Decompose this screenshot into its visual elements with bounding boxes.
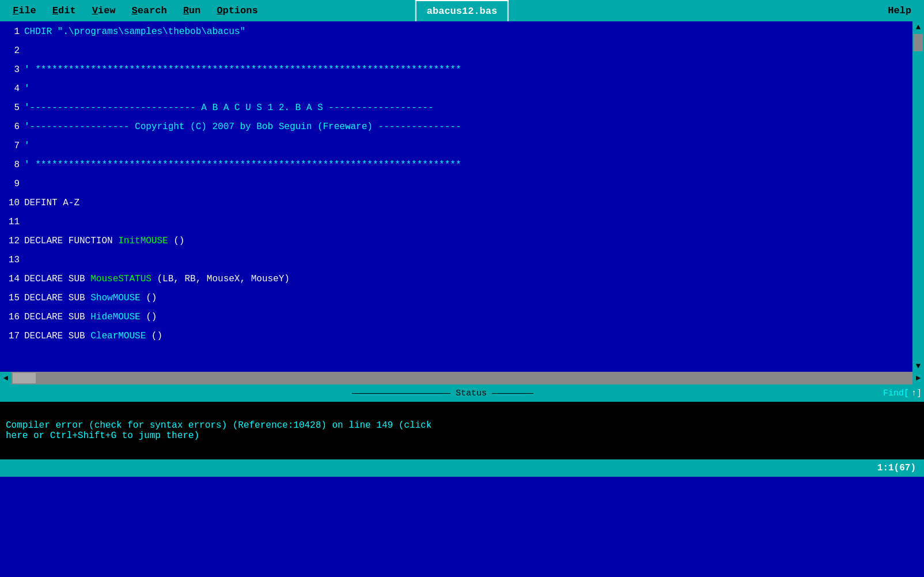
status-bar: ——————————————————— Status ———————— Find… [0,384,924,402]
scrollbar-right: ▲ ▼ [912,21,924,372]
code-line: 4' [2,80,910,99]
status-text: Status [456,389,487,398]
menu-help[interactable]: Help [880,2,919,20]
code-line: 17DECLARE SUB ClearMOUSE () [2,327,910,346]
line-number: 15 [2,289,24,308]
line-number: 4 [2,80,24,99]
line-code: ' [24,80,30,99]
horizontal-scrollbar: ◄ ► [0,372,924,384]
code-line: 6'------------------ Copyright (C) 2007 … [2,118,910,137]
code-line: 13 [2,251,910,270]
line-code: DECLARE SUB MouseSTATUS (LB, RB, MouseX,… [24,270,290,289]
line-number: 16 [2,308,24,327]
line-code: '------------------------------ A B A C … [24,99,434,118]
menu-file[interactable]: File [5,2,44,20]
code-line: 12DECLARE FUNCTION InitMOUSE () [2,232,910,251]
find-label: Find[ [883,389,911,398]
line-number: 13 [2,251,24,270]
scroll-up-arrow[interactable]: ▲ [912,21,924,33]
line-code: CHDIR ".\programs\samples\thebob\abacus" [24,22,245,42]
line-number: 11 [2,213,24,232]
menu-edit[interactable]: Edit [44,2,84,20]
code-line: 1CHDIR ".\programs\samples\thebob\abacus… [2,22,910,42]
line-code: DEFINT A-Z [24,194,79,213]
line-code: DECLARE SUB ShowMOUSE () [24,289,157,308]
find-bracket: ↑] [911,389,922,398]
code-line: 5'------------------------------ A B A C… [2,99,910,118]
code-line: 2 [2,42,910,61]
code-line: 8' *************************************… [2,156,910,175]
editor-area: 1CHDIR ".\programs\samples\thebob\abacus… [0,21,924,372]
line-code: DECLARE SUB ClearMOUSE () [24,327,162,346]
line-number: 2 [2,42,24,61]
line-code: ' **************************************… [24,61,461,80]
menu-search[interactable]: Search [123,2,175,20]
cursor-position: 1:1(67) [877,463,916,473]
menu-options[interactable]: Options [209,2,266,20]
line-code: ' [24,137,30,156]
line-code: ' **************************************… [24,156,461,175]
code-line: 10DEFINT A-Z [2,194,910,213]
status-label: ——————————————————— Status ———————— [2,389,883,398]
code-line: 7' [2,137,910,156]
line-number: 17 [2,327,24,346]
line-number: 7 [2,137,24,156]
hscrollbar-track[interactable] [12,372,912,384]
menubar: File Edit View Search Run Options abacus… [0,0,924,21]
line-number: 9 [2,175,24,194]
error-line-2: here or Ctrl+Shift+G to jump there) [6,431,918,441]
line-number: 8 [2,156,24,175]
line-number: 6 [2,118,24,137]
position-bar: 1:1(67) [0,459,924,477]
error-area[interactable]: Compiler error (check for syntax errors)… [0,402,924,459]
line-number: 12 [2,232,24,251]
scroll-right-arrow[interactable]: ► [912,372,924,384]
code-line: 16DECLARE SUB HideMOUSE () [2,308,910,327]
line-code: DECLARE SUB HideMOUSE () [24,308,157,327]
scroll-left-arrow[interactable]: ◄ [0,372,12,384]
line-code: DECLARE FUNCTION InitMOUSE () [24,232,184,251]
code-line: 15DECLARE SUB ShowMOUSE () [2,289,910,308]
menu-run[interactable]: Run [175,2,209,20]
line-code: '------------------ Copyright (C) 2007 b… [24,118,461,137]
line-number: 10 [2,194,24,213]
hscrollbar-thumb[interactable] [13,373,36,383]
line-number: 5 [2,99,24,118]
tab-title: abacus12.bas [415,0,509,21]
scroll-down-arrow[interactable]: ▼ [912,360,924,372]
scroll-thumb-vertical[interactable] [914,34,923,51]
code-line: 3' *************************************… [2,61,910,80]
error-line-1: Compiler error (check for syntax errors)… [6,420,918,431]
line-number: 14 [2,270,24,289]
line-number: 1 [2,22,24,42]
line-number: 3 [2,61,24,80]
code-line: 14DECLARE SUB MouseSTATUS (LB, RB, Mouse… [2,270,910,289]
code-line: 11 [2,213,910,232]
code-line: 9 [2,175,910,194]
code-container[interactable]: 1CHDIR ".\programs\samples\thebob\abacus… [0,21,912,372]
menu-view[interactable]: View [84,2,124,20]
